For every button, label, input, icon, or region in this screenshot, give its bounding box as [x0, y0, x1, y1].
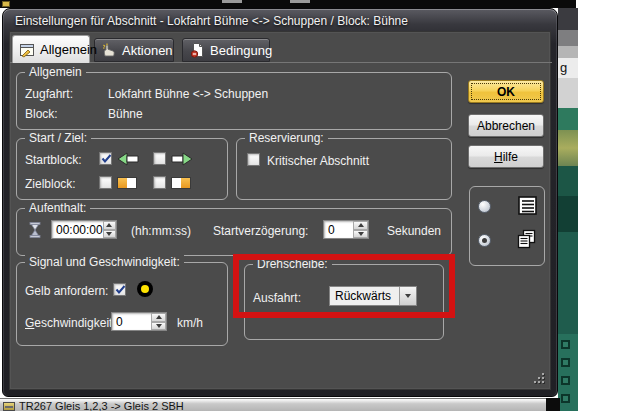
titlebar-fragment: [222, 0, 242, 3]
statusbar: TR267 Gleis 1,2,3 -> Gleis 2 SBH: [0, 398, 546, 411]
track-element: [561, 376, 570, 385]
background-band: [558, 78, 578, 108]
list-view-icon: [518, 196, 537, 219]
view-copies-radio[interactable]: [478, 234, 491, 247]
tab-label: Bedingung: [210, 43, 272, 58]
hand-icon: [101, 42, 117, 58]
tab-label: Allgemein: [40, 42, 97, 57]
background-band: [558, 8, 578, 30]
kmh-label: km/h: [177, 316, 203, 330]
arrow-up-icon: [156, 315, 162, 319]
track-element: [561, 394, 570, 403]
screen: g TR267 Gleis 1,2,3 -> Gleis 2 SBH Einst…: [0, 0, 640, 411]
startblock-label: Startblock:: [25, 153, 82, 167]
check-icon: [100, 152, 113, 165]
group-aufenthalt: Aufenthalt: 00:00:00 (hh: [16, 208, 452, 256]
background-band: [558, 30, 578, 46]
delay-spin-down-button[interactable]: [353, 230, 368, 239]
help-button[interactable]: Hilfe: [468, 145, 544, 168]
group-allgemein: Allgemein Zugfahrt: Lokfahrt Bühne <-> S…: [16, 72, 452, 130]
check-icon: [114, 283, 127, 296]
arrow-left-icon: [117, 152, 139, 170]
statusbar-text[interactable]: TR267 Gleis 1,2,3 -> Gleis 2 SBH: [19, 400, 184, 411]
view-list-radio[interactable]: [478, 200, 491, 213]
group-view-options: [469, 186, 545, 266]
statusbar-dark-segment: [546, 398, 560, 411]
tab-strip-line: [10, 62, 552, 63]
delay-value: 0: [324, 221, 353, 238]
route-icon: [3, 402, 15, 411]
hourglass-icon: [29, 222, 41, 242]
background-app-icon: [2, 1, 10, 7]
gelb-anfordern-checkbox[interactable]: [113, 283, 126, 296]
group-start-ziel-title: Start / Ziel:: [25, 131, 91, 145]
zielblock-left-checkbox[interactable]: [99, 176, 112, 189]
cancel-button[interactable]: Abbrechen: [468, 114, 544, 137]
delay-spin-up-button[interactable]: [353, 221, 368, 230]
settings-dialog: Einstellungen für Abschnitt - Lokfahrt B…: [2, 8, 558, 397]
block-orange-left-icon: [117, 177, 137, 189]
track-element: [561, 340, 570, 349]
resize-grip[interactable]: [534, 373, 546, 385]
ok-button[interactable]: OK: [468, 80, 544, 103]
titlebar-fragment: [290, 0, 310, 3]
arrow-down-icon: [358, 232, 364, 236]
kritischer-abschnitt-label: Kritischer Abschnitt: [267, 154, 369, 168]
dialog-title: Einstellungen für Abschnitt - Lokfahrt B…: [15, 14, 408, 28]
time-value: 00:00:00: [52, 221, 103, 238]
startblock-right-checkbox[interactable]: [153, 152, 166, 165]
track-element: [561, 358, 570, 367]
background-track-plan: [558, 108, 578, 130]
kritischer-abschnitt-checkbox[interactable]: [247, 153, 260, 166]
cancel-button-label: Abbrechen: [477, 119, 535, 133]
background-track-plan: [558, 334, 578, 411]
zugfahrt-label: Zugfahrt:: [25, 87, 73, 101]
time-format-hint: (hh:mm:ss): [131, 224, 191, 238]
tab-allgemein[interactable]: Allgemein: [12, 35, 90, 63]
aufenthalt-time-input[interactable]: 00:00:00: [51, 220, 117, 239]
background-track-plan: [558, 232, 578, 334]
zielblock-label: Zielblock:: [25, 177, 76, 191]
startblock-left-checkbox[interactable]: [99, 152, 112, 165]
sekunden-label: Sekunden: [387, 224, 441, 238]
condition-icon: [189, 42, 205, 58]
geschwindigkeit-input[interactable]: 0: [111, 312, 167, 331]
form-icon: [19, 42, 35, 58]
speed-spin-up-button[interactable]: [151, 313, 166, 322]
copies-view-icon: [516, 229, 537, 254]
arrow-up-icon: [358, 223, 364, 227]
group-reservierung-title: Reservierung:: [245, 131, 328, 145]
group-signal-title: Signal und Geschwindigkeit:: [25, 255, 184, 269]
time-spin-up-button[interactable]: [103, 221, 116, 230]
group-aufenthalt-title: Aufenthalt:: [25, 201, 90, 215]
speed-spin-down-button[interactable]: [151, 322, 166, 331]
block-orange-right-icon: [171, 177, 191, 189]
gelb-anfordern-label: Gelb anfordern:: [25, 284, 108, 298]
background-window-titlebar: [0, 0, 576, 8]
arrow-down-icon: [106, 232, 112, 236]
background-app-strip: g: [558, 8, 578, 411]
geschwindigkeit-label: Geschwindigkeit:: [25, 316, 116, 330]
tab-aktionen[interactable]: Aktionen: [94, 38, 174, 62]
startverzoegerung-input[interactable]: 0: [323, 220, 369, 239]
arrow-right-icon: [171, 152, 193, 170]
speed-value: 0: [112, 313, 151, 330]
block-label: Block:: [25, 107, 58, 121]
zielblock-right-checkbox[interactable]: [153, 176, 166, 189]
tab-bedingung[interactable]: Bedingung: [182, 38, 270, 62]
group-reservierung: Reservierung: Kritischer Abschnitt: [236, 138, 452, 200]
tab-label: Aktionen: [122, 43, 173, 58]
background-band: [558, 46, 578, 58]
time-spin-down-button[interactable]: [103, 230, 116, 239]
red-highlight-annotation: [233, 254, 455, 318]
arrow-up-icon: [106, 223, 112, 227]
group-start-ziel: Start / Ziel: Startblock:: [16, 138, 228, 200]
block-value: Bühne: [108, 107, 143, 121]
background-toolbar-text-fragment: g: [560, 60, 567, 75]
dialog-client-area: Allgemein Aktionen: [9, 31, 551, 390]
arrow-down-icon: [156, 324, 162, 328]
group-signal: Signal und Geschwindigkeit: Gelb anforde…: [16, 262, 228, 346]
background-track-plan: [558, 166, 578, 196]
yellow-signal-icon: [137, 281, 153, 297]
zugfahrt-value: Lokfahrt Bühne <-> Schuppen: [108, 87, 268, 101]
